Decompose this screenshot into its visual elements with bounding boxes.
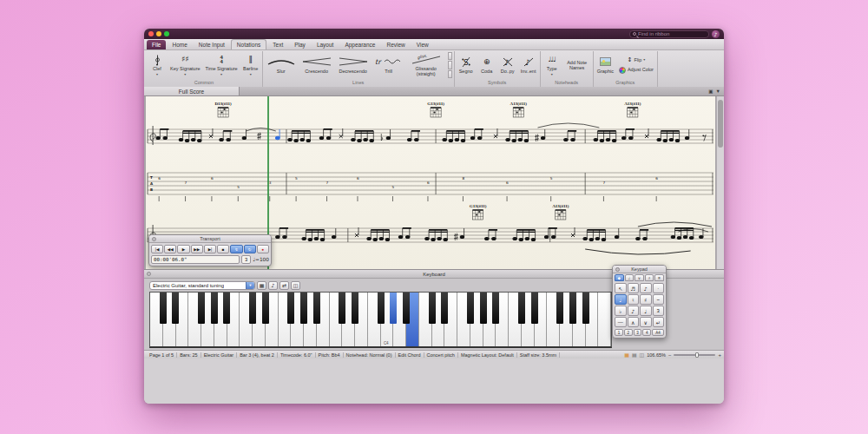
zoom-out-button[interactable]: − (668, 352, 672, 358)
keypad-page-1[interactable]: 1 (615, 329, 623, 336)
glissando-button[interactable]: gliss. Glissando (straight) (407, 53, 445, 77)
app-badge-icon[interactable]: ♪ (712, 30, 720, 38)
status-staff-size[interactable]: Staff size: 3.5mm (517, 352, 560, 358)
piano-black-key[interactable] (467, 293, 474, 324)
piano-black-key[interactable] (518, 293, 525, 324)
keypad-tab-beams[interactable]: ∨ (635, 274, 644, 281)
tab-review[interactable]: Review (381, 40, 410, 49)
minimize-window-button[interactable] (156, 31, 161, 36)
piano-black-key[interactable] (441, 293, 448, 324)
piano-black-key[interactable] (352, 293, 358, 324)
keypad-titlebar[interactable]: Keypad (613, 266, 666, 273)
symbols-gallery-item-2[interactable]: ♪ Inv..ent (519, 56, 538, 75)
keypad-key[interactable]: ~ (653, 294, 665, 305)
tab-layout[interactable]: Layout (312, 40, 339, 49)
tab-play[interactable]: Play (289, 40, 311, 49)
keypad-key[interactable]: ∧ (628, 317, 640, 327)
keypad-key[interactable]: ♮ (628, 294, 640, 305)
piano-black-key[interactable] (300, 293, 307, 324)
stop-button[interactable]: ■ (217, 245, 229, 253)
piano-black-key[interactable] (492, 293, 499, 324)
status-pitch[interactable]: Pitch: Bb4 (316, 352, 344, 358)
find-in-ribbon-input[interactable] (638, 31, 706, 36)
lines-gallery-scrollbar[interactable] (448, 52, 452, 78)
piano-black-key[interactable] (582, 293, 589, 324)
selected-note[interactable] (276, 129, 280, 140)
keypad-page-extra[interactable]: A4 (652, 329, 664, 336)
record-button[interactable]: ● (257, 245, 269, 253)
segno-button[interactable]: S Segno (457, 56, 476, 75)
close-panel-icon[interactable] (615, 267, 620, 272)
tab-file[interactable]: File (147, 40, 166, 49)
keypad-tab-accidentals[interactable]: ≡ (654, 274, 664, 281)
piano-black-key[interactable] (249, 293, 256, 324)
keypad-page-2[interactable]: 2 (624, 329, 633, 336)
go-to-start-button[interactable]: |◀ (151, 245, 163, 253)
keypad-page-3[interactable]: 3 (634, 329, 642, 336)
scrollbar-thumb[interactable] (718, 100, 723, 148)
status-instrument[interactable]: Electric Guitar (201, 352, 238, 358)
zoom-in-button[interactable]: + (718, 352, 721, 358)
piano-keys[interactable]: C4 (149, 292, 612, 348)
zoom-slider-thumb[interactable] (695, 352, 699, 358)
adjust-color-button[interactable]: Adjust Color (617, 66, 655, 75)
piano-black-key[interactable] (390, 293, 397, 324)
time-signature-button[interactable]: 44 Time Signature ▾ (204, 53, 240, 76)
play-button[interactable]: ▶ (177, 245, 189, 253)
close-panel-icon[interactable] (147, 272, 151, 276)
rewind-button[interactable]: ◀◀ (164, 245, 176, 253)
status-page[interactable]: Page 1 of 5 (147, 352, 177, 358)
keypad-key[interactable]: 3 (653, 306, 665, 316)
piano-black-key[interactable] (569, 293, 576, 324)
piano-black-key[interactable] (172, 293, 179, 324)
status-notehead[interactable]: Notehead: Normal (0) (344, 352, 396, 358)
keypad-key[interactable]: ♬ (628, 283, 640, 293)
keypad-key[interactable]: ∨ (640, 317, 652, 327)
trill-button[interactable]: tr Trill (372, 56, 405, 75)
key-signature-button[interactable]: ♯♯ Key Signature ▾ (168, 53, 202, 76)
instrument-select[interactable]: Electric Guitar, standard tuning ▾ (149, 281, 255, 290)
keypad-key[interactable]: ♭ (615, 306, 627, 316)
decrescendo-button[interactable]: Decrescendo (336, 56, 371, 75)
notehead-type-button[interactable]: ♩♩♩ Type ▾ (542, 53, 562, 76)
tab-full-score[interactable]: Full Score (144, 87, 240, 95)
go-to-end-button[interactable]: ▶| (204, 245, 216, 253)
fast-forward-button[interactable]: ▶▶ (191, 245, 203, 253)
flip-button[interactable]: ↕ Flip ▾ (617, 56, 655, 64)
keypad-key[interactable]: · (653, 283, 665, 293)
status-concert-pitch[interactable]: Concert pitch (424, 352, 458, 358)
keypad-key[interactable]: ↖ (615, 283, 627, 293)
copy-button[interactable]: ◫ (291, 281, 300, 290)
piano-black-key[interactable] (211, 293, 218, 324)
tab-view[interactable]: View (411, 40, 434, 49)
tab-text[interactable]: Text (267, 40, 288, 49)
piano-black-key[interactable] (378, 293, 385, 324)
tab-menu-icon[interactable]: ▼ (716, 89, 720, 94)
piano-black-key[interactable] (287, 293, 294, 324)
clef-button[interactable]: Clef ▾ (148, 53, 167, 76)
tab-note-input[interactable]: Note Input (194, 40, 230, 49)
panels-view-icon[interactable]: ▦ (624, 352, 629, 358)
piano-black-key[interactable] (480, 293, 487, 324)
keypad-key[interactable]: ♩ (615, 294, 627, 305)
keypad-page-4[interactable]: 4 (642, 329, 651, 336)
keypad-tab-common-notes[interactable]: ◆ (615, 274, 624, 281)
panel-toggle-icon[interactable]: ▣ (708, 89, 713, 94)
close-window-button[interactable] (148, 31, 154, 36)
graphic-button[interactable]: Graphic (595, 56, 615, 75)
crescendo-button[interactable]: Crescendo (299, 56, 334, 75)
keypad-key[interactable]: — (615, 317, 627, 327)
replay-button[interactable]: ↻ (244, 245, 256, 253)
piano-black-key[interactable] (223, 293, 230, 324)
status-edit-chord[interactable]: Edit Chord (396, 352, 424, 358)
scroll-keyboard-button[interactable]: ⇄ (279, 281, 289, 290)
piano-black-key[interactable] (339, 293, 345, 324)
zoom-window-button[interactable] (164, 31, 169, 36)
tab-appearance[interactable]: Appearance (339, 40, 380, 49)
keypad-key[interactable]: ♪ (640, 283, 652, 293)
tab-home[interactable]: Home (167, 40, 192, 49)
piano-black-key[interactable] (313, 293, 320, 324)
tab-notations[interactable]: Notations (231, 39, 266, 49)
status-bars[interactable]: Bars: 25 (177, 352, 201, 358)
piano-black-key[interactable] (556, 293, 563, 324)
